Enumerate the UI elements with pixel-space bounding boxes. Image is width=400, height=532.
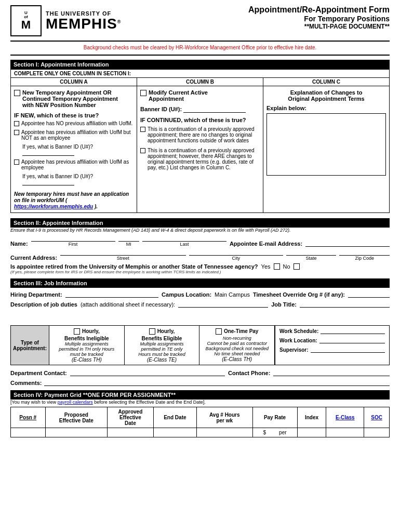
- comments-row: Comments:: [10, 379, 390, 386]
- column-b: Modify Current ActiveAppointment Banner …: [137, 86, 263, 212]
- column-a: New Temporary Appointment ORContinued Te…: [11, 86, 137, 212]
- appt-option-otp: One-Time Pay Non-recurring Cannot be pai…: [199, 326, 275, 365]
- section2-header: Section II: Appointee Information: [10, 218, 390, 228]
- appt-th-checkbox[interactable]: [74, 328, 80, 335]
- col-end: End Date: [153, 407, 196, 428]
- warning-text: Background checks must be cleared by HR-…: [10, 45, 390, 50]
- section1-header: Section I: Appointment Information: [10, 60, 390, 69]
- cont-check1-box[interactable]: [140, 127, 145, 132]
- col-c-header: COLUMN C: [263, 78, 389, 86]
- logo-area: U of M THE UNIVERSITY OF MEMPHIS®: [10, 5, 121, 36]
- retired-note: (If yes, please complete form for IRS or…: [10, 270, 390, 274]
- col-posn: Posn #: [11, 407, 46, 428]
- col-soc: SOC: [364, 407, 390, 428]
- col-avg-hours: Avg # Hoursper wk: [197, 407, 252, 428]
- work-location-row: Work Location:: [279, 337, 385, 343]
- if-new-label: IF NEW, which of these is true?: [14, 112, 134, 118]
- col-a-header: COLUMN A: [11, 78, 137, 86]
- col-b-checkbox: Modify Current ActiveAppointment: [140, 89, 260, 102]
- continued-check1: This is a continuation of a previously a…: [140, 126, 260, 143]
- col-index: Index: [297, 407, 326, 428]
- page-header: U of M THE UNIVERSITY OF MEMPHIS® Appoin…: [10, 5, 390, 42]
- check-no-affiliation: Appointee has NO previous affiliation wi…: [14, 121, 134, 126]
- cont-check2-box[interactable]: [140, 148, 145, 153]
- supervisor-row: Supervisor:: [279, 347, 385, 353]
- appt-te-checkbox[interactable]: [149, 328, 155, 335]
- col-a-checkbox: New Temporary Appointment ORContinued Te…: [14, 89, 134, 108]
- explain-textbox[interactable]: [266, 113, 386, 176]
- column-headers: COLUMN A COLUMN B COLUMN C: [11, 78, 389, 86]
- col-proposed: ProposedEffective Date: [45, 407, 108, 428]
- yes-checkbox[interactable]: [274, 263, 280, 270]
- new-hire-note: New temporary hires must have an applica…: [14, 191, 134, 209]
- appt-option-te: Hourly, Benefits Eligible Multiple assig…: [125, 326, 200, 365]
- payroll-calendars-link[interactable]: payroll calendars: [58, 400, 93, 405]
- section1: Section I: Appointment Information COMPL…: [10, 60, 390, 213]
- section4-note: [You may wish to view payroll calendars …: [10, 400, 390, 405]
- form-title-multi: **MULTI-PAGE DOCUMENT**: [248, 23, 390, 30]
- appt-otp-checkbox[interactable]: [216, 328, 222, 335]
- section1-box: COMPLETE ONLY ONE COLUMN IN SECTION I: C…: [10, 69, 390, 213]
- col-c-title: Explanation of Changes toOriginal Appoin…: [266, 89, 386, 102]
- check-employee-box[interactable]: [14, 159, 19, 165]
- check-no-affil-box[interactable]: [14, 121, 19, 126]
- section4-header: Section IV: Payment Grid **ONE FORM PER …: [10, 390, 390, 400]
- section3: Section III: Job Information Hiring Depa…: [10, 278, 390, 311]
- col-b-header: COLUMN B: [137, 78, 263, 86]
- work-schedule-col: Work Schedule: Work Location: Supervisor…: [275, 326, 389, 365]
- section2: Section II: Appointee Information Ensure…: [10, 218, 390, 274]
- retired-row: Is appointee retired from the University…: [10, 263, 390, 274]
- appt-option-th: Hourly, Benefits Ineligible Multiple ass…: [49, 326, 125, 365]
- dept-contact-row: Department Contact: Contact Phone:: [10, 369, 390, 376]
- no-checkbox[interactable]: [294, 263, 300, 270]
- col-b-checkbox-box[interactable]: [140, 90, 146, 96]
- form-title-block: Appointment/Re-Appointment Form For Temp…: [248, 5, 390, 30]
- check2-sub: If yes, what is Banner ID (U#)?: [22, 144, 134, 156]
- section2-note: Ensure that I-9 is processed by HR Recor…: [10, 228, 390, 233]
- form-title-sub: For Temporary Positions: [248, 15, 390, 23]
- address-row: Current Address: Street City State Zip C…: [10, 249, 390, 261]
- table-row: $ per: [11, 428, 390, 437]
- payment-table: Posn # ProposedEffective Date ApprovedEf…: [10, 407, 390, 437]
- col-a-checkbox-box[interactable]: [14, 90, 20, 96]
- column-c: Explanation of Changes toOriginal Appoin…: [263, 86, 389, 212]
- section3-header: Section III: Job Information: [10, 278, 390, 288]
- job-duties-row: Description of job duties (attach additi…: [10, 301, 390, 308]
- appt-options: Hourly, Benefits Ineligible Multiple ass…: [49, 326, 389, 365]
- check-affil-not-employee: Appointee has previous affiliation with …: [14, 129, 134, 141]
- university-line2: MEMPHIS®: [46, 17, 121, 31]
- section3-content: Hiring Department: Campus Location: Main…: [10, 288, 390, 311]
- appt-type-label: Type ofAppointment:: [11, 326, 49, 365]
- appointment-type-box: Type ofAppointment: Hourly, Benefits Ine…: [10, 325, 390, 365]
- cols-container: New Temporary Appointment ORContinued Te…: [11, 86, 389, 212]
- university-logo: U of M: [10, 5, 42, 36]
- check-affil-employee: Appointee has previous affiliation with …: [14, 159, 134, 170]
- col-pay-rate: Pay Rate: [252, 407, 297, 428]
- section4: Section IV: Payment Grid **ONE FORM PER …: [10, 390, 390, 437]
- col-eclass: E-Class: [326, 407, 364, 428]
- complete-label: COMPLETE ONLY ONE COLUMN IN SECTION I:: [11, 70, 389, 78]
- work-schedule-row: Work Schedule:: [279, 328, 385, 334]
- hiring-dept-row: Hiring Department: Campus Location: Main…: [10, 291, 390, 298]
- name-row: Name: First MI Last Appointee E-mail Add…: [10, 235, 390, 247]
- if-continued-label: IF CONTINUED, which of these is true?: [140, 117, 260, 123]
- check3-sub: If yes, what is Banner ID (U#)?: [22, 174, 134, 185]
- explain-label: Explain below:: [266, 105, 386, 111]
- continued-check2: This is a continuation of a previously a…: [140, 148, 260, 170]
- university-name: THE UNIVERSITY OF MEMPHIS®: [46, 10, 121, 31]
- form-title-main: Appointment/Re-Appointment Form: [248, 5, 390, 15]
- col-approved: ApprovedEffectiveDate: [108, 407, 154, 428]
- check-affil-box[interactable]: [14, 130, 19, 135]
- banner-id-row: Banner ID (U#):: [140, 106, 260, 113]
- workforum-link[interactable]: https://workforum.memphis.edu: [14, 204, 93, 209]
